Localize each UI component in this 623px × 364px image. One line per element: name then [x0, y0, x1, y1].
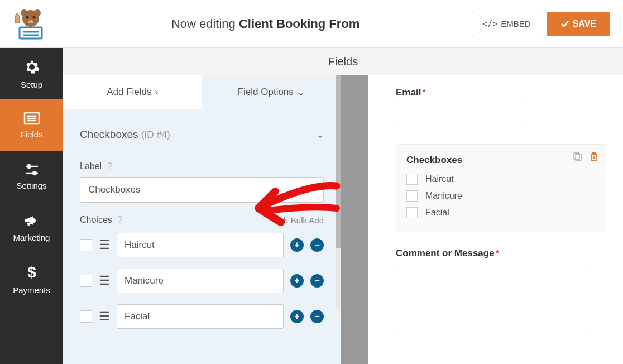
checkbox-item[interactable]: Haircut — [406, 174, 596, 185]
checkboxes-label: Checkboxes — [406, 155, 596, 166]
top-header: Now editing Client Booking From </> EMBE… — [0, 0, 623, 48]
app-logo — [0, 0, 59, 48]
checkbox-icon — [406, 190, 418, 202]
sidebar-item-payments[interactable]: $ Payments — [0, 253, 63, 305]
choices-heading-row: Choices ? — [80, 215, 123, 225]
sidebar-item-fields[interactable]: Fields — [0, 99, 63, 151]
email-label: Email* — [396, 87, 606, 98]
checkbox-icon — [406, 174, 418, 185]
svg-point-7 — [33, 16, 36, 18]
fields-section-header: Fields — [63, 48, 623, 75]
choice-row: ☰ + − — [80, 304, 324, 329]
sidebar-label: Settings — [16, 181, 46, 190]
choice-input[interactable] — [117, 269, 284, 293]
embed-button[interactable]: </> EMBED — [472, 12, 541, 36]
checkmark-icon — [560, 20, 569, 28]
label-heading: Label — [80, 161, 102, 171]
label-input[interactable] — [80, 177, 324, 203]
bulk-add-link[interactable]: Bulk Add — [281, 215, 324, 225]
form-preview: Email* Checkboxes Haircut Manicure Facia… — [368, 48, 623, 364]
drag-handle-icon[interactable]: ☰ — [99, 238, 110, 252]
sidebar-label: Fields — [20, 130, 42, 139]
editing-prefix: Now editing — [171, 17, 239, 31]
add-choice-button[interactable]: + — [290, 238, 304, 252]
save-button[interactable]: SAVE — [547, 12, 610, 36]
panel-divider — [341, 48, 368, 364]
sidebar-nav: Setup Fields Settings Marketing $ Paymen… — [0, 48, 63, 364]
scrollbar[interactable] — [336, 75, 341, 309]
list-icon — [23, 112, 40, 125]
download-icon — [281, 217, 288, 224]
email-input-preview[interactable] — [396, 103, 521, 128]
preview-field-checkboxes[interactable]: Checkboxes Haircut Manicure Facial — [396, 144, 606, 232]
choice-row: ☰ + − — [80, 233, 324, 257]
remove-choice-button[interactable]: − — [310, 310, 324, 323]
dollar-icon: $ — [26, 264, 37, 281]
checkbox-icon — [406, 207, 418, 218]
header-buttons: </> EMBED SAVE — [472, 12, 623, 36]
drag-handle-icon[interactable]: ☰ — [99, 274, 110, 288]
field-id: (ID #4) — [141, 130, 170, 140]
choice-default-checkbox[interactable] — [80, 239, 92, 251]
duplicate-icon[interactable] — [572, 151, 583, 162]
svg-point-4 — [21, 9, 27, 16]
choice-default-checkbox[interactable] — [80, 310, 92, 323]
tab-add-fields[interactable]: Add Fields › — [63, 75, 202, 109]
sidebar-label: Payments — [13, 285, 50, 295]
svg-point-16 — [33, 171, 36, 175]
checkbox-item[interactable]: Manicure — [406, 190, 596, 202]
label-heading-row: Label ? — [80, 161, 324, 171]
help-icon[interactable]: ? — [118, 215, 123, 225]
svg-rect-0 — [20, 27, 42, 39]
remove-choice-button[interactable]: − — [310, 274, 324, 288]
choices-heading: Choices — [80, 215, 112, 225]
field-options-panel: Add Fields › Field Options ⌄ Checkboxes … — [63, 48, 341, 364]
svg-rect-18 — [576, 155, 581, 161]
add-choice-button[interactable]: + — [290, 310, 304, 323]
preview-field-email[interactable]: Email* — [396, 87, 606, 128]
tab-field-options[interactable]: Field Options ⌄ — [202, 75, 341, 109]
chevron-down-icon: ⌄ — [297, 87, 305, 98]
sidebar-item-marketing[interactable]: Marketing — [0, 202, 63, 253]
svg-rect-19 — [574, 153, 579, 159]
add-choice-button[interactable]: + — [290, 274, 304, 288]
preview-field-comment[interactable]: Comment or Message* — [396, 248, 606, 336]
sidebar-label: Setup — [21, 80, 42, 89]
svg-text:$: $ — [27, 264, 36, 281]
code-icon: </> — [482, 19, 497, 29]
choice-row: ☰ + − — [80, 269, 324, 293]
svg-point-8 — [28, 20, 33, 23]
svg-point-5 — [34, 9, 41, 16]
editing-form-name: Client Booking From — [239, 17, 360, 31]
required-indicator: * — [422, 87, 426, 98]
drag-handle-icon[interactable]: ☰ — [99, 309, 110, 324]
sidebar-label: Marketing — [13, 233, 50, 242]
choice-default-checkbox[interactable] — [80, 275, 92, 287]
choice-input[interactable] — [117, 304, 284, 329]
checkbox-item[interactable]: Facial — [406, 207, 596, 218]
chevron-right-icon: › — [155, 87, 159, 98]
field-type-title: Checkboxes (ID #4) — [80, 128, 170, 141]
remove-choice-button[interactable]: − — [310, 238, 324, 252]
comment-label: Comment or Message* — [396, 248, 606, 259]
sidebar-item-setup[interactable]: Setup — [0, 48, 63, 99]
svg-point-6 — [26, 16, 29, 18]
choice-input[interactable] — [117, 233, 284, 257]
sidebar-item-settings[interactable]: Settings — [0, 151, 63, 202]
scrollbar-thumb[interactable] — [336, 75, 341, 248]
trash-icon[interactable] — [589, 151, 599, 162]
svg-point-14 — [27, 165, 31, 168]
gear-icon — [23, 59, 40, 75]
editing-title: Now editing Client Booking From — [59, 17, 472, 31]
help-icon[interactable]: ? — [107, 161, 112, 171]
sliders-icon — [23, 163, 40, 176]
field-header-row[interactable]: Checkboxes (ID #4) ⌄ — [80, 121, 324, 149]
comment-textarea-preview[interactable] — [396, 264, 591, 336]
required-indicator: * — [496, 248, 500, 258]
megaphone-icon — [23, 214, 40, 228]
chevron-down-icon: ⌄ — [317, 130, 324, 140]
